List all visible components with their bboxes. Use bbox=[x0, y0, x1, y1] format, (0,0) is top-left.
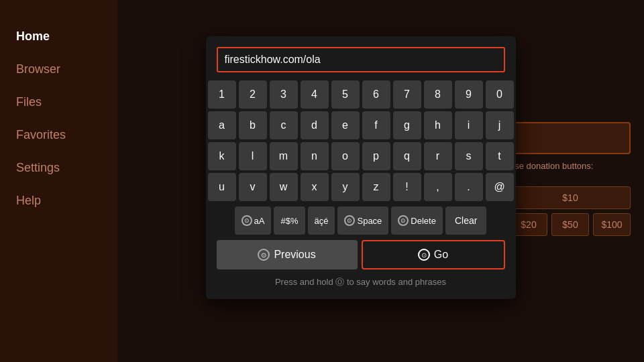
row-u-at: u v w x y z ! , . @ bbox=[217, 173, 505, 201]
key-r[interactable]: r bbox=[424, 142, 452, 170]
key-2[interactable]: 2 bbox=[239, 80, 267, 109]
caps-button[interactable]: ⊙ aA bbox=[235, 206, 272, 235]
key-q[interactable]: q bbox=[393, 142, 421, 170]
key-0[interactable]: 0 bbox=[486, 80, 514, 109]
key-comma[interactable]: , bbox=[424, 173, 452, 201]
key-p[interactable]: p bbox=[362, 142, 390, 170]
sidebar-item-home[interactable]: Home bbox=[0, 20, 117, 53]
key-u[interactable]: u bbox=[208, 173, 236, 201]
accents-button[interactable]: äçé bbox=[308, 206, 335, 235]
key-7[interactable]: 7 bbox=[393, 80, 421, 109]
key-at[interactable]: @ bbox=[486, 173, 514, 201]
key-4[interactable]: 4 bbox=[301, 80, 329, 109]
hint-text: Press and hold Ⓞ to say words and phrase… bbox=[217, 276, 505, 288]
space-button[interactable]: ⊙ Space bbox=[337, 206, 388, 235]
donation-10[interactable]: $10 bbox=[510, 186, 631, 209]
key-x[interactable]: x bbox=[301, 173, 329, 201]
sidebar: Home Browser Files Favorites Settings He… bbox=[0, 0, 117, 362]
key-c[interactable]: c bbox=[270, 111, 298, 139]
key-i[interactable]: i bbox=[455, 111, 483, 139]
key-h[interactable]: h bbox=[424, 111, 452, 139]
key-k[interactable]: k bbox=[208, 142, 236, 170]
previous-circle-icon: ⊙ bbox=[258, 249, 270, 261]
delete-circle-icon: ⊙ bbox=[398, 215, 409, 226]
key-n[interactable]: n bbox=[301, 142, 329, 170]
url-input-container bbox=[217, 47, 505, 72]
key-exclaim[interactable]: ! bbox=[393, 173, 421, 201]
right-panel: ase donation buttons: ) $10 $20 $50 $100 bbox=[496, 0, 644, 362]
delete-button[interactable]: ⊙ Delete bbox=[391, 206, 443, 235]
action-row: ⊙ Previous ⊙ Go bbox=[217, 240, 505, 269]
donation-row-1: $10 bbox=[510, 186, 631, 209]
key-9[interactable]: 9 bbox=[455, 80, 483, 109]
key-g[interactable]: g bbox=[393, 111, 421, 139]
key-a[interactable]: a bbox=[208, 111, 236, 139]
right-input-box bbox=[510, 122, 631, 154]
row-k-t: k l m n o p q r s t bbox=[217, 142, 505, 170]
caps-circle-icon: ⊙ bbox=[241, 215, 252, 226]
row-a-j: a b c d e f g h i j bbox=[217, 111, 505, 139]
key-j[interactable]: j bbox=[486, 111, 514, 139]
key-1[interactable]: 1 bbox=[208, 80, 236, 109]
key-period[interactable]: . bbox=[455, 173, 483, 201]
key-8[interactable]: 8 bbox=[424, 80, 452, 109]
key-e[interactable]: e bbox=[331, 111, 360, 139]
key-v[interactable]: v bbox=[239, 173, 267, 201]
key-o[interactable]: o bbox=[331, 142, 360, 170]
key-y[interactable]: y bbox=[331, 173, 360, 201]
go-circle-icon: ⊙ bbox=[418, 249, 430, 261]
key-3[interactable]: 3 bbox=[270, 80, 298, 109]
key-l[interactable]: l bbox=[239, 142, 267, 170]
sidebar-item-browser[interactable]: Browser bbox=[0, 53, 117, 86]
donation-text: ase donation buttons: ) bbox=[510, 161, 631, 181]
url-input[interactable] bbox=[217, 47, 505, 72]
key-w[interactable]: w bbox=[270, 173, 298, 201]
key-5[interactable]: 5 bbox=[331, 80, 360, 109]
donation-100[interactable]: $100 bbox=[593, 213, 631, 236]
special-row: ⊙ aA #$% äçé ⊙ Space ⊙ Delete bbox=[217, 206, 505, 235]
keyboard-overlay: 1 2 3 4 5 6 7 8 9 0 a b c d e f g h bbox=[206, 36, 516, 299]
go-button[interactable]: ⊙ Go bbox=[362, 240, 505, 269]
sidebar-item-favorites[interactable]: Favorites bbox=[0, 119, 117, 152]
space-circle-icon: ⊙ bbox=[344, 215, 355, 226]
key-d[interactable]: d bbox=[301, 111, 329, 139]
symbols-button[interactable]: #$% bbox=[274, 206, 305, 235]
key-s[interactable]: s bbox=[455, 142, 483, 170]
key-f[interactable]: f bbox=[362, 111, 390, 139]
donation-row-2: $20 $50 $100 bbox=[510, 213, 631, 236]
previous-button[interactable]: ⊙ Previous bbox=[217, 240, 358, 269]
clear-button[interactable]: Clear bbox=[445, 206, 486, 235]
key-t[interactable]: t bbox=[486, 142, 514, 170]
main-content: ase donation buttons: ) $10 $20 $50 $100… bbox=[117, 0, 644, 362]
key-b[interactable]: b bbox=[239, 111, 267, 139]
sidebar-item-help[interactable]: Help bbox=[0, 184, 117, 217]
key-m[interactable]: m bbox=[270, 142, 298, 170]
key-6[interactable]: 6 bbox=[362, 80, 390, 109]
key-z[interactable]: z bbox=[362, 173, 390, 201]
donation-50[interactable]: $50 bbox=[551, 213, 589, 236]
number-row: 1 2 3 4 5 6 7 8 9 0 bbox=[217, 80, 505, 109]
sidebar-item-files[interactable]: Files bbox=[0, 86, 117, 119]
sidebar-item-settings[interactable]: Settings bbox=[0, 152, 117, 184]
keyboard: 1 2 3 4 5 6 7 8 9 0 a b c d e f g h bbox=[217, 80, 505, 235]
